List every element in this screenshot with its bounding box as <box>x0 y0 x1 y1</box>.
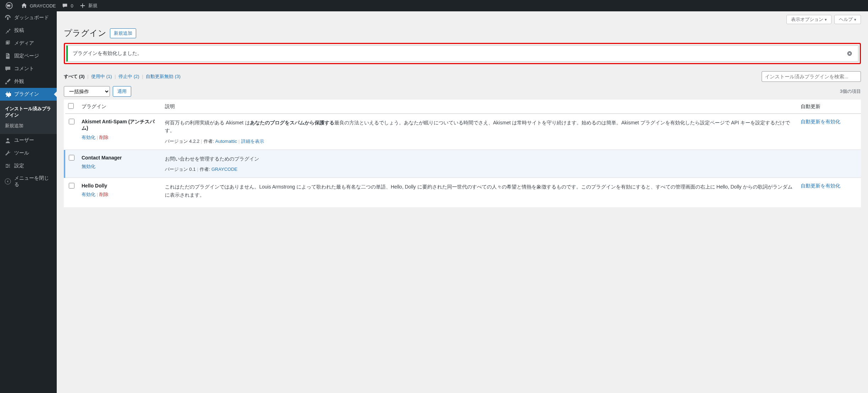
plugin-description: 何百万もの利用実績がある Akismet はあなたのブログをスパムから保護する最… <box>165 119 794 135</box>
bulk-apply-button[interactable]: 適用 <box>113 86 131 97</box>
plugin-checkbox[interactable] <box>69 119 74 124</box>
menu-pages[interactable]: 固定ページ <box>0 50 57 62</box>
filter-inactive[interactable]: 停止中 (2) <box>118 74 139 79</box>
page-title: プラグイン <box>64 28 106 39</box>
plugin-checkbox[interactable] <box>69 183 74 189</box>
plus-icon <box>79 2 86 9</box>
submenu-add-new[interactable]: 新規追加 <box>0 120 57 131</box>
wordpress-icon <box>6 2 13 9</box>
plugin-checkbox[interactable] <box>69 155 74 161</box>
menu-dashboard[interactable]: ダッシュボード <box>0 11 57 24</box>
wp-logo[interactable] <box>3 0 18 11</box>
media-icon <box>4 40 11 47</box>
plugins-submenu: インストール済みプラグイン 新規追加 <box>0 101 57 134</box>
col-plugin: プラグイン <box>78 100 161 114</box>
screen-options-button[interactable]: 表示オプション <box>786 15 831 24</box>
new-content-link[interactable]: 新規 <box>76 0 100 11</box>
delete-link[interactable]: 削除 <box>99 135 108 140</box>
menu-tools[interactable]: ツール <box>0 147 57 159</box>
item-count: 3個の項目 <box>840 88 861 95</box>
svg-point-2 <box>7 138 9 140</box>
col-auto-update: 自動更新 <box>797 100 861 114</box>
plugin-name: Hello Dolly <box>82 183 158 189</box>
page-icon <box>4 52 11 60</box>
author-link[interactable]: GRAYCODE <box>211 167 237 172</box>
author-link[interactable]: Automattic <box>215 139 237 144</box>
filter-links: すべて (3) | 使用中 (1) | 停止中 (2) | 自動更新無効 (3) <box>64 73 180 80</box>
filter-autoupdate-disabled[interactable]: 自動更新無効 (3) <box>146 74 180 79</box>
activation-notice: プラグインを有効化しました。 <box>66 45 858 62</box>
collapse-icon <box>4 178 11 185</box>
home-icon <box>21 2 28 9</box>
bulk-action-select[interactable]: 一括操作 <box>64 86 110 97</box>
submenu-installed-plugins[interactable]: インストール済みプラグイン <box>0 103 57 120</box>
menu-appearance[interactable]: 外観 <box>0 75 57 88</box>
plugin-meta: バージョン 0.1|作者: GRAYCODE <box>165 166 794 173</box>
menu-users[interactable]: ユーザー <box>0 134 57 147</box>
plugin-icon <box>4 91 11 98</box>
enable-auto-update-link[interactable]: 自動更新を有効化 <box>801 183 840 189</box>
filter-active[interactable]: 使用中 (1) <box>91 74 112 79</box>
enable-auto-update-link[interactable]: 自動更新を有効化 <box>801 119 840 124</box>
comment-icon <box>61 2 68 9</box>
pin-icon <box>4 27 11 34</box>
settings-icon <box>4 162 11 169</box>
plugin-name: Contact Manager <box>82 155 158 161</box>
col-description: 説明 <box>161 100 797 114</box>
plugin-row: Contact Manager無効化お問い合わせを管理するためのプラグインバージ… <box>65 150 861 178</box>
plugins-table: プラグイン 説明 自動更新 Akismet Anti-Spam (アンチスパム)… <box>64 100 861 207</box>
comments-link[interactable]: 0 <box>59 0 76 11</box>
activate-link[interactable]: 有効化 <box>82 192 95 197</box>
filter-all[interactable]: すべて (3) <box>64 74 85 79</box>
deactivate-link[interactable]: 無効化 <box>82 164 95 169</box>
admin-sidebar: ダッシュボード 投稿 メディア 固定ページ コメント 外観 プラグイン インスト… <box>0 11 57 393</box>
svg-point-1 <box>6 42 9 44</box>
activate-link[interactable]: 有効化 <box>82 135 95 140</box>
highlighted-notice: プラグインを有効化しました。 <box>64 43 861 64</box>
site-name: GRAYCODE <box>30 3 56 9</box>
plugin-description: お問い合わせを管理するためのプラグイン <box>165 155 794 163</box>
menu-media[interactable]: メディア <box>0 37 57 50</box>
notice-message: プラグインを有効化しました。 <box>73 50 142 57</box>
details-link[interactable]: 詳細を表示 <box>241 139 264 144</box>
new-label: 新規 <box>88 2 98 9</box>
menu-settings[interactable]: 設定 <box>0 159 57 172</box>
plugin-row: Akismet Anti-Spam (アンチスパム)有効化|削除何百万もの利用実… <box>65 114 861 150</box>
dismiss-notice-button[interactable] <box>846 50 853 57</box>
add-new-plugin-button[interactable]: 新規追加 <box>110 28 136 38</box>
plugin-row: Hello Dolly有効化|削除これはただのプラグインではありません。Loui… <box>65 178 861 207</box>
user-icon <box>4 137 11 144</box>
help-button[interactable]: ヘルプ <box>834 15 861 24</box>
comment-icon <box>4 65 11 72</box>
plugin-name: Akismet Anti-Spam (アンチスパム) <box>82 119 158 131</box>
comments-count: 0 <box>71 3 73 9</box>
brush-icon <box>4 78 11 85</box>
delete-link[interactable]: 削除 <box>99 192 108 197</box>
menu-plugins[interactable]: プラグイン <box>0 88 57 101</box>
main-content: 表示オプション ヘルプ プラグイン 新規追加 プラグインを有効化しました。 すべ… <box>57 11 868 393</box>
menu-posts[interactable]: 投稿 <box>0 24 57 37</box>
admin-bar: GRAYCODE 0 新規 <box>0 0 868 11</box>
site-name-link[interactable]: GRAYCODE <box>18 0 59 11</box>
dashboard-icon <box>4 14 11 21</box>
plugin-meta: バージョン 4.2.2|作者: Automattic|詳細を表示 <box>165 138 794 145</box>
select-all-checkbox[interactable] <box>68 103 74 109</box>
menu-comments[interactable]: コメント <box>0 62 57 75</box>
plugin-description: これはただのプラグインではありません。Louis Armstrong によって歌… <box>165 183 794 199</box>
wrench-icon <box>4 150 11 157</box>
collapse-menu[interactable]: メニューを閉じる <box>0 172 57 191</box>
plugin-search-input[interactable] <box>762 71 861 82</box>
